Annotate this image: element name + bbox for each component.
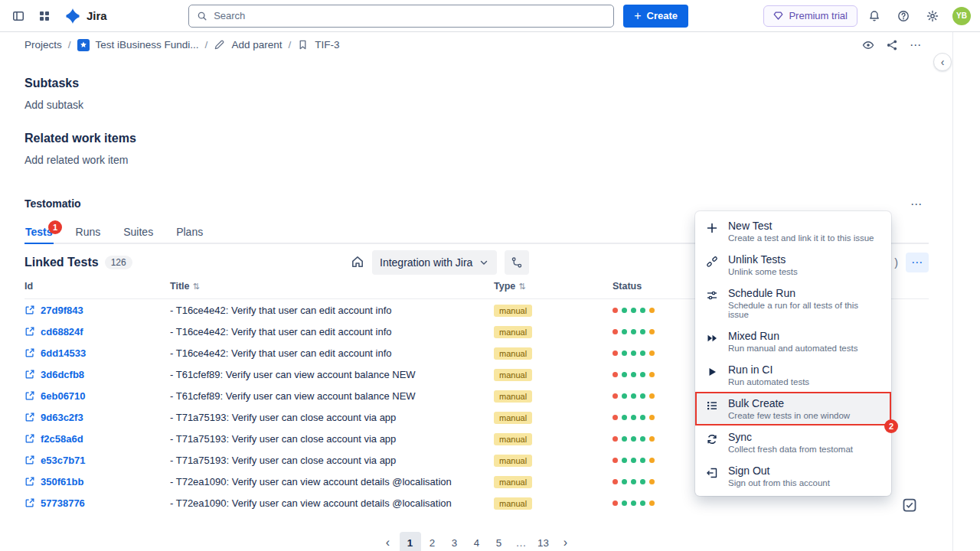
pagination: ‹12345…13› [24, 532, 929, 551]
help-button[interactable] [891, 4, 916, 28]
checklist-button[interactable] [900, 496, 919, 514]
status-dot [622, 436, 627, 442]
breadcrumb-projects[interactable]: Projects [24, 39, 62, 51]
test-id-link[interactable]: 3d6dcfb8 [41, 369, 84, 380]
test-title: - T61cfef89: Verify user can view accoun… [170, 390, 494, 402]
breadcrumb-add-parent[interactable]: Add parent [231, 39, 282, 51]
status-dot [649, 350, 655, 356]
column-header-id[interactable]: Id [24, 281, 170, 292]
status-dot [622, 350, 627, 356]
pagination-page-4[interactable]: 4 [466, 532, 488, 551]
status-dot [622, 329, 627, 334]
testomatio-more-button[interactable]: ⋯ [904, 191, 929, 216]
status-dot [631, 393, 636, 399]
menu-item-subtitle: Create a test and link it it to this iss… [728, 233, 874, 243]
menu-item-mixed-run[interactable]: Mixed RunRun manual and automated tests [695, 324, 891, 358]
column-header-title[interactable]: Title⇅ [170, 281, 494, 292]
breadcrumb-project[interactable]: Test iBusiness Fundi... [96, 39, 199, 51]
sidebar-toggle-button[interactable] [6, 4, 31, 28]
integration-dropdown-label: Integration with Jira [380, 256, 472, 269]
tab-runs[interactable]: Runs [75, 223, 102, 244]
user-avatar[interactable]: YB [952, 7, 971, 25]
pagination-page-5[interactable]: 5 [488, 532, 510, 551]
menu-item-run-in-ci[interactable]: Run in CIRun automated tests [695, 358, 891, 392]
status-dot [649, 479, 655, 484]
test-id-link[interactable]: e53c7b71 [41, 455, 86, 466]
test-id-link[interactable]: 57738776 [41, 497, 85, 509]
expand-panel-button[interactable]: ‹ [933, 53, 952, 71]
premium-trial-label: Premium trial [789, 10, 848, 21]
test-id-cell: 57738776 [24, 497, 170, 509]
test-type-cell: manual [494, 390, 612, 402]
test-id-cell: 6dd14533 [24, 347, 170, 359]
external-link-icon [24, 455, 35, 465]
menu-item-unlink-tests[interactable]: Unlink TestsUnlink some tests [695, 248, 891, 282]
status-dot [622, 415, 627, 420]
test-id-link[interactable]: 350f61bb [41, 476, 83, 487]
status-dot [640, 500, 645, 506]
create-button[interactable]: + Create [623, 5, 688, 28]
linked-tests-more-button[interactable]: ⋯ [906, 253, 929, 272]
pagination-next-button[interactable]: › [555, 532, 577, 551]
tab-suites[interactable]: Suites [122, 223, 154, 244]
watch-button[interactable] [858, 34, 879, 56]
external-link-icon [24, 369, 35, 380]
workflow-button[interactable] [505, 250, 529, 275]
premium-trial-button[interactable]: Premium trial [763, 5, 858, 27]
status-dot [640, 479, 645, 484]
test-id-link[interactable]: 6eb06710 [41, 390, 86, 402]
test-id-link[interactable]: 6dd14533 [41, 347, 86, 359]
menu-item-schedule-run[interactable]: Schedule RunSchedule a run for all tests… [695, 282, 891, 324]
status-dot [649, 458, 655, 463]
search-box[interactable] [188, 5, 614, 28]
breadcrumb-separator: / [288, 39, 291, 51]
pagination-ellipsis: … [511, 532, 532, 551]
pagination-prev-button[interactable]: ‹ [377, 532, 399, 551]
create-button-label: Create [647, 10, 678, 21]
signOut-icon [706, 467, 718, 479]
status-dot [622, 479, 627, 484]
test-title: - T72ea1090: Verify user can view accoun… [170, 476, 494, 487]
menu-item-text: Schedule RunSchedule a run for all tests… [728, 287, 880, 319]
menu-item-title: Schedule Run [728, 287, 880, 299]
pagination-page-2[interactable]: 2 [422, 532, 443, 551]
pagination-page-13[interactable]: 13 [533, 532, 554, 551]
app-switcher-button[interactable] [32, 4, 57, 28]
settings-button[interactable] [920, 4, 945, 28]
add-related-work-item-button[interactable]: Add related work item [24, 154, 128, 166]
tab-plans[interactable]: Plans [175, 223, 204, 244]
column-header-type[interactable]: Type⇅ [494, 281, 612, 292]
integration-dropdown[interactable]: Integration with Jira [372, 250, 497, 275]
menu-item-sync[interactable]: SyncCollect fresh data from testomat [695, 425, 891, 459]
status-dot [631, 436, 636, 442]
menu-item-subtitle: Unlink some tests [728, 267, 798, 276]
status-dot [631, 329, 636, 334]
breadcrumb-issue[interactable]: TIF-3 [315, 39, 339, 51]
pagination-page-1[interactable]: 1 [400, 532, 421, 551]
notifications-button[interactable] [862, 4, 887, 28]
type-badge: manual [494, 369, 532, 381]
test-id-link[interactable]: 9d63c2f3 [41, 412, 83, 423]
share-button[interactable] [881, 34, 903, 56]
menu-item-new-test[interactable]: New TestCreate a test and link it it to … [695, 214, 891, 248]
search-input[interactable] [214, 10, 606, 21]
pagination-page-3[interactable]: 3 [444, 532, 466, 551]
linked-tests-actions: ) ⋯ [894, 253, 929, 272]
test-id-cell: 6eb06710 [24, 390, 170, 402]
menu-item-bulk-create[interactable]: Bulk CreateCreate few tests in one windo… [695, 392, 891, 425]
menu-item-sign-out[interactable]: Sign OutSign out from this account [695, 459, 891, 493]
test-id-cell: 3d6dcfb8 [24, 369, 170, 380]
bulk-icon [706, 399, 718, 412]
test-id-cell: 27d9f843 [24, 305, 170, 316]
test-id-link[interactable]: cd68824f [41, 326, 83, 337]
test-title: - T72ea1090: Verify user can view accoun… [170, 497, 494, 509]
status-dot [631, 308, 636, 313]
add-subtask-button[interactable]: Add subtask [24, 99, 83, 111]
jira-home-link[interactable]: Jira [58, 5, 113, 28]
right-panel-divider [952, 32, 953, 551]
test-id-link[interactable]: f2c58a6d [41, 433, 83, 445]
status-dot [631, 372, 636, 377]
test-id-link[interactable]: 27d9f843 [41, 305, 83, 316]
issue-more-button[interactable]: ⋯ [905, 34, 926, 56]
home-button[interactable] [351, 255, 364, 271]
